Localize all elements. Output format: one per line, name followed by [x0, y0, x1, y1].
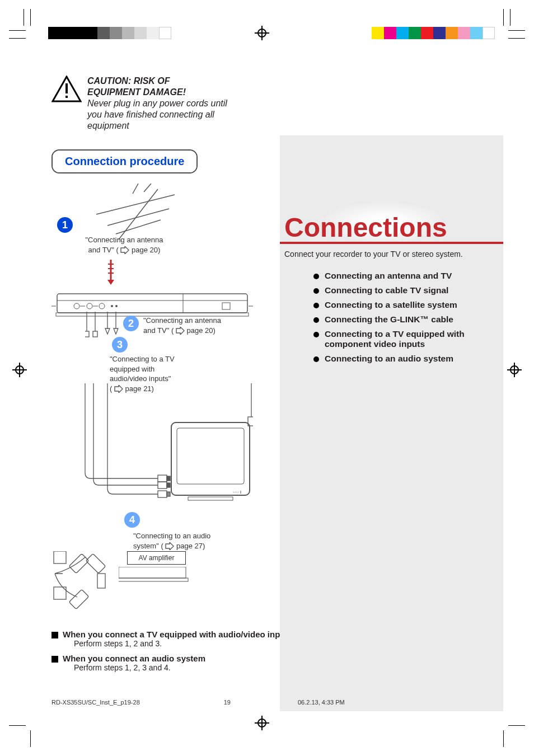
step-3-badge: 3 — [112, 337, 128, 353]
svg-rect-47 — [86, 553, 105, 573]
down-arrow-icon — [106, 260, 115, 285]
svg-rect-35 — [158, 491, 167, 497]
footer-timestamp: 06.2.13, 4:33 PM — [298, 699, 345, 706]
step-1-badge: 1 — [57, 217, 73, 233]
svg-rect-33 — [158, 482, 167, 489]
svg-point-16 — [74, 303, 79, 309]
page-ref-icon — [176, 327, 185, 335]
step-2-badge: 2 — [123, 316, 139, 331]
svg-line-3 — [96, 195, 175, 214]
step-4-badge: 4 — [124, 512, 140, 528]
bullet-icon — [313, 288, 319, 294]
bullet-icon — [313, 332, 319, 337]
svg-line-4 — [107, 209, 169, 226]
svg-rect-39 — [188, 497, 233, 500]
svg-rect-32 — [167, 476, 170, 481]
caution-box: CAUTION: RISK OF EQUIPMENT DAMAGE! Never… — [51, 76, 242, 132]
caution-text: CAUTION: RISK OF EQUIPMENT DAMAGE! Never… — [87, 76, 242, 132]
section-panel: Connections Connect your recorder to you… — [280, 135, 503, 711]
svg-rect-48 — [97, 574, 105, 588]
section-title: Connections — [280, 135, 503, 244]
svg-point-22 — [115, 305, 118, 307]
warning-icon — [51, 76, 82, 102]
av-amplifier-label: AV amplifier — [127, 551, 186, 565]
svg-rect-1 — [65, 96, 68, 98]
svg-point-21 — [111, 305, 113, 307]
page-footer: RD-XS35SU/SC_Inst_E_p19-28 19 06.2.13, 4… — [51, 699, 503, 706]
step-2-caption: "Connecting an antenna and TV" ( page 20… — [143, 316, 221, 335]
procedure-heading: Connection procedure — [51, 149, 198, 173]
toc-item: Connecting to an audio system — [313, 354, 503, 364]
svg-rect-38 — [177, 428, 244, 484]
svg-rect-36 — [167, 492, 170, 496]
toc-item: Connecting an antenna and TV — [313, 271, 503, 281]
svg-line-6 — [133, 184, 138, 194]
svg-rect-23 — [222, 303, 230, 309]
cable-run-illustration: ○○○ || — [51, 383, 253, 512]
svg-rect-31 — [158, 475, 167, 482]
footer-filename: RD-XS35SU/SC_Inst_E_p19-28 — [51, 699, 140, 706]
svg-text:○○○ ||: ○○○ || — [233, 490, 242, 494]
bullet-icon — [313, 303, 319, 308]
svg-rect-46 — [69, 589, 88, 609]
page-ref-icon — [165, 542, 174, 550]
section-toc: Connecting an antenna and TV Connecting … — [313, 271, 503, 364]
svg-rect-43 — [54, 551, 66, 564]
svg-rect-45 — [69, 553, 88, 573]
svg-rect-34 — [167, 483, 170, 487]
toc-item: Connecting to a satellite system — [313, 300, 503, 310]
speakers-illustration — [51, 551, 130, 613]
bullet-icon — [313, 274, 319, 279]
svg-point-18 — [87, 303, 92, 309]
toc-item: Connecting to a TV equipped with compone… — [313, 329, 503, 349]
square-bullet-icon — [51, 632, 58, 638]
svg-line-2 — [119, 189, 158, 240]
toc-item: Connecting the G-LINK™ cable — [313, 314, 503, 325]
svg-line-7 — [144, 184, 151, 192]
svg-rect-27 — [93, 331, 97, 337]
bullet-icon — [313, 317, 319, 323]
svg-line-5 — [116, 220, 161, 234]
svg-rect-25 — [85, 331, 89, 337]
svg-rect-12 — [57, 294, 247, 313]
page-ref-icon — [120, 246, 129, 254]
footer-page-number: 19 — [224, 699, 231, 706]
step-4-caption: "Connecting to an audio system" ( page 2… — [133, 531, 234, 551]
square-bullet-icon — [51, 656, 58, 663]
svg-point-20 — [99, 303, 105, 309]
svg-rect-0 — [65, 83, 68, 93]
toc-item: Connecting to cable TV signal — [313, 285, 503, 295]
bullet-icon — [313, 356, 319, 362]
step-1-caption: "Connecting an antenna and TV" ( page 20… — [74, 235, 175, 255]
section-subtitle: Connect your recorder to your TV or ster… — [284, 250, 503, 259]
